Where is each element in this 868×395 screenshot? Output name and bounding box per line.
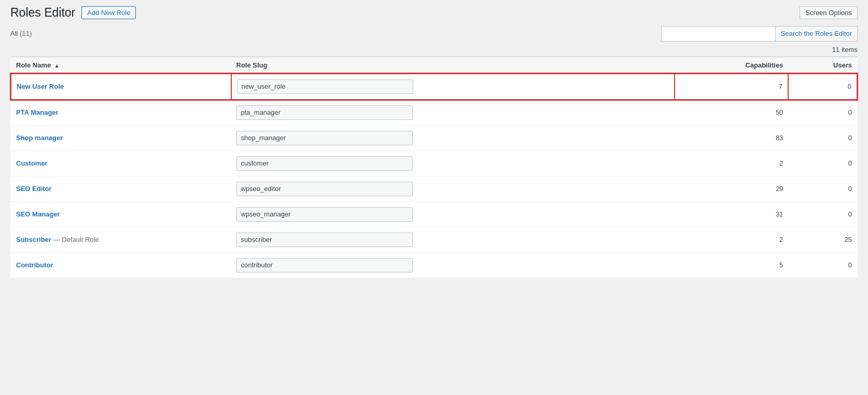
- col-header-role-slug[interactable]: Role Slug: [231, 57, 675, 74]
- table-header-row: Role Name ▲ Role Slug Capabilities Users: [11, 57, 857, 74]
- role-slug-input[interactable]: [236, 156, 413, 171]
- role-slug-input[interactable]: [236, 131, 413, 145]
- roles-table: Role Name ▲ Role Slug Capabilities Users…: [10, 57, 858, 278]
- role-name-link[interactable]: Contributor: [16, 261, 53, 269]
- table-row: Contributor50: [11, 252, 857, 278]
- default-role-label: — Default Role: [51, 236, 99, 243]
- users-count: 0: [788, 252, 857, 278]
- search-roles-button[interactable]: Search the Roles Editor: [775, 26, 858, 42]
- role-slug-input[interactable]: [236, 207, 413, 222]
- search-input[interactable]: [661, 26, 775, 42]
- col-header-role-name[interactable]: Role Name ▲: [11, 57, 231, 74]
- sort-arrow-icon: ▲: [54, 63, 60, 69]
- table-row: Shop manager830: [11, 125, 857, 151]
- role-name-link[interactable]: New User Role: [17, 83, 64, 90]
- table-row: Customer20: [11, 151, 857, 176]
- col-header-users[interactable]: Users: [788, 57, 857, 74]
- role-slug-input[interactable]: [236, 233, 413, 247]
- add-new-role-button[interactable]: Add New Role: [81, 6, 136, 19]
- col-header-capabilities[interactable]: Capabilities: [675, 57, 789, 74]
- users-count: 0: [788, 176, 857, 201]
- capabilities-count: 5: [675, 252, 789, 278]
- capabilities-count: 50: [675, 100, 789, 126]
- table-row: Subscriber — Default Role225: [11, 227, 857, 252]
- table-row: PTA Manager500: [11, 100, 857, 126]
- role-name-link[interactable]: SEO Manager: [16, 210, 60, 218]
- capabilities-count: 29: [675, 176, 789, 201]
- role-name-link[interactable]: Subscriber: [16, 236, 51, 243]
- role-slug-input[interactable]: [237, 79, 413, 94]
- role-name-link[interactable]: PTA Manager: [16, 108, 59, 116]
- role-slug-input[interactable]: [236, 105, 413, 120]
- page-title: Roles Editor: [10, 5, 75, 21]
- users-count: 0: [788, 125, 857, 151]
- table-row: SEO Editor290: [11, 176, 857, 201]
- table-row: SEO Manager310: [11, 201, 857, 227]
- role-name-link[interactable]: Customer: [16, 159, 48, 167]
- all-count-label: All (11): [10, 30, 32, 37]
- capabilities-count: 7: [675, 74, 789, 100]
- users-count: 25: [788, 227, 857, 252]
- role-name-link[interactable]: SEO Editor: [16, 185, 52, 193]
- capabilities-count: 31: [675, 201, 789, 227]
- users-count: 0: [788, 151, 857, 176]
- capabilities-count: 2: [675, 227, 789, 252]
- role-name-link[interactable]: Shop manager: [16, 134, 63, 142]
- capabilities-count: 2: [675, 151, 789, 176]
- role-slug-input[interactable]: [236, 258, 413, 273]
- capabilities-count: 83: [675, 125, 789, 151]
- table-row: New User Role70: [11, 74, 857, 100]
- users-count: 0: [788, 74, 857, 100]
- items-count: 11 items: [10, 46, 858, 53]
- users-count: 0: [788, 201, 857, 227]
- role-slug-input[interactable]: [236, 182, 413, 196]
- screen-options-button[interactable]: Screen Options: [800, 6, 858, 19]
- users-count: 0: [788, 100, 857, 126]
